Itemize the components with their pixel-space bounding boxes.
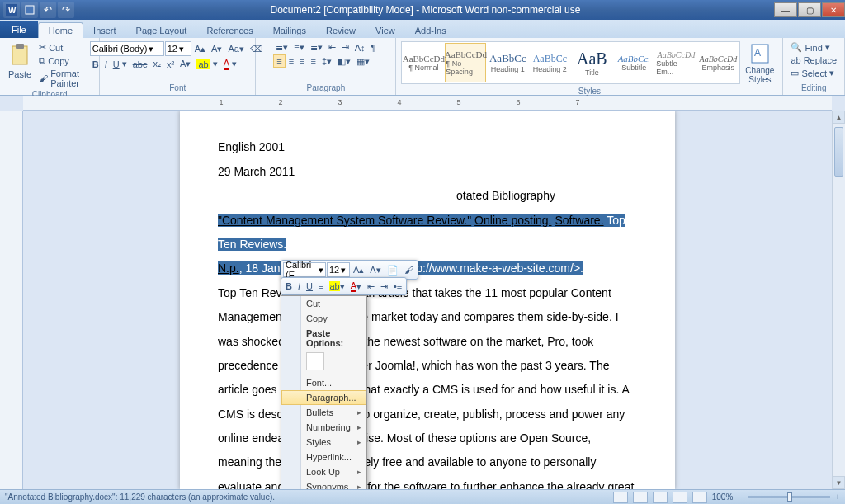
mini-size-combo[interactable]: 12▾ — [327, 262, 350, 277]
scroll-thumb[interactable] — [834, 127, 843, 177]
style-emphasis[interactable]: AaBbCcDdEmphasis — [697, 43, 739, 82]
style-normal[interactable]: AaBbCcDd¶ Normal — [403, 43, 444, 82]
style-title[interactable]: AaBTitle — [571, 43, 612, 82]
paste-button[interactable]: Paste — [5, 41, 35, 81]
view-draft-button[interactable] — [692, 492, 707, 503]
ctx-font[interactable]: Font... — [281, 375, 366, 390]
mini-styles-button[interactable]: 📄 — [385, 262, 401, 277]
vertical-ruler[interactable] — [0, 111, 23, 489]
mini-italic-button[interactable]: I — [295, 280, 303, 293]
view-outline-button[interactable] — [673, 492, 687, 503]
justify-button[interactable]: ≡ — [309, 55, 319, 67]
highlight-button[interactable]: ab▾ — [194, 58, 220, 70]
borders-button[interactable]: ▦▾ — [354, 55, 372, 68]
font-name-combo[interactable]: Calibri (Body)▾ — [90, 41, 164, 56]
tab-addins[interactable]: Add-Ins — [405, 23, 456, 38]
shrink-font-button[interactable]: A▾ — [209, 43, 224, 55]
align-right-button[interactable]: ≡ — [297, 55, 307, 67]
tab-file[interactable]: File — [0, 21, 38, 38]
mini-fontcolor-button[interactable]: A▾ — [348, 280, 364, 293]
grow-font-button[interactable]: A▴ — [192, 43, 208, 55]
align-center-button[interactable]: ≡ — [286, 55, 296, 67]
subscript-button[interactable]: x₂ — [150, 58, 163, 70]
mini-highlight-button[interactable]: ab▾ — [327, 280, 347, 293]
mini-brush-button[interactable]: 🖌 — [402, 262, 416, 277]
save-icon[interactable] — [21, 2, 38, 18]
style-heading1[interactable]: AaBbCcHeading 1 — [487, 43, 528, 82]
ctx-styles[interactable]: Styles▸ — [281, 435, 366, 450]
increase-indent-button[interactable]: ⇥ — [339, 41, 352, 54]
redo-icon[interactable]: ↷ — [58, 2, 74, 18]
text-effects-button[interactable]: A▾ — [177, 58, 193, 70]
view-print-layout-button[interactable] — [613, 492, 628, 503]
ctx-cut[interactable]: Cut — [281, 296, 366, 311]
format-painter-button[interactable]: 🖌Format Painter — [36, 68, 94, 89]
zoom-slider[interactable] — [748, 496, 830, 498]
word-icon[interactable]: W — [3, 2, 20, 18]
mini-center-button[interactable]: ≡ — [316, 280, 326, 293]
close-button[interactable]: ✕ — [822, 2, 845, 17]
copy-button[interactable]: ⧉Copy — [36, 54, 94, 67]
change-case-button[interactable]: Aa▾ — [225, 43, 246, 55]
select-button[interactable]: ▭Select ▾ — [788, 67, 837, 79]
decrease-indent-button[interactable]: ⇤ — [326, 41, 338, 54]
mini-bold-button[interactable]: B — [283, 280, 295, 293]
styles-gallery[interactable]: AaBbCcDd¶ Normal AaBbCcDd¶ No Spacing Aa… — [401, 41, 740, 84]
multilevel-button[interactable]: ≣▾ — [308, 41, 325, 54]
vertical-scrollbar[interactable]: ▲ ▼ — [832, 111, 845, 489]
zoom-level[interactable]: 100% — [712, 492, 734, 502]
tab-review[interactable]: Review — [316, 23, 366, 38]
font-size-combo[interactable]: 12▾ — [165, 41, 191, 56]
view-web-button[interactable] — [653, 492, 668, 503]
undo-icon[interactable]: ↶ — [40, 2, 56, 18]
tab-insert[interactable]: Insert — [83, 23, 126, 38]
zoom-thumb[interactable] — [787, 492, 792, 502]
view-fullscreen-button[interactable] — [633, 492, 648, 503]
style-heading2[interactable]: AaBbCcHeading 2 — [529, 43, 570, 82]
numbering-button[interactable]: ≡▾ — [291, 41, 306, 54]
scroll-down-button[interactable]: ▼ — [833, 476, 845, 489]
document-page[interactable]: ... English 2001 29 March 2011 otated Bi… — [180, 111, 675, 489]
replace-button[interactable]: abReplace — [788, 54, 839, 66]
minimize-button[interactable]: — — [774, 2, 797, 17]
ctx-paragraph[interactable]: Paragraph... — [281, 390, 366, 405]
bullets-button[interactable]: ≣▾ — [273, 41, 290, 54]
mini-grow-button[interactable]: A▴ — [351, 262, 366, 277]
style-subtitle[interactable]: AaBbCc.Subtitle — [613, 43, 654, 82]
tab-mailings[interactable]: Mailings — [263, 23, 316, 38]
find-button[interactable]: 🔍Find ▾ — [788, 41, 832, 54]
ctx-bullets[interactable]: Bullets▸ — [281, 405, 366, 420]
zoom-out-button[interactable]: − — [738, 492, 743, 502]
mini-underline-button[interactable]: U — [304, 280, 315, 293]
strike-button[interactable]: abc — [130, 59, 150, 70]
horizontal-ruler[interactable]: 1 2 3 4 5 6 7 — [23, 96, 832, 111]
tab-references[interactable]: References — [196, 23, 262, 38]
mini-bullets-button[interactable]: •≡ — [391, 280, 404, 293]
tab-home[interactable]: Home — [38, 22, 83, 38]
zoom-in-button[interactable]: + — [835, 492, 840, 502]
tab-page-layout[interactable]: Page Layout — [126, 23, 197, 38]
ctx-numbering[interactable]: Numbering▸ — [281, 420, 366, 435]
paste-option-icon[interactable] — [306, 352, 324, 370]
ctx-copy[interactable]: Copy — [281, 311, 366, 326]
mini-shrink-button[interactable]: A▾ — [367, 262, 383, 277]
shading-button[interactable]: ◧▾ — [335, 55, 353, 68]
style-no-spacing[interactable]: AaBbCcDd¶ No Spacing — [445, 43, 486, 82]
maximize-button[interactable]: ▢ — [798, 2, 821, 17]
scroll-up-button[interactable]: ▲ — [833, 111, 845, 124]
mini-indent-inc-button[interactable]: ⇥ — [378, 280, 390, 293]
change-styles-button[interactable]: A Change Styles — [742, 41, 777, 86]
align-left-button[interactable]: ≡ — [273, 54, 285, 68]
underline-button[interactable]: U▾ — [111, 58, 130, 70]
line-spacing-button[interactable]: ‡▾ — [319, 55, 334, 68]
tab-view[interactable]: View — [366, 23, 405, 38]
show-marks-button[interactable]: ¶ — [369, 42, 379, 54]
style-subtle-em[interactable]: AaBbCcDdSubtle Em... — [655, 43, 696, 82]
mini-font-combo[interactable]: Calibri (E▾ — [283, 262, 326, 277]
superscript-button[interactable]: x² — [164, 59, 177, 70]
mini-indent-dec-button[interactable]: ⇤ — [365, 280, 377, 293]
ctx-hyperlink[interactable]: Hyperlink... — [281, 450, 366, 464]
ctx-lookup[interactable]: Look Up▸ — [281, 464, 366, 479]
font-color-button[interactable]: A▾ — [221, 57, 239, 71]
italic-button[interactable]: I — [102, 59, 110, 70]
